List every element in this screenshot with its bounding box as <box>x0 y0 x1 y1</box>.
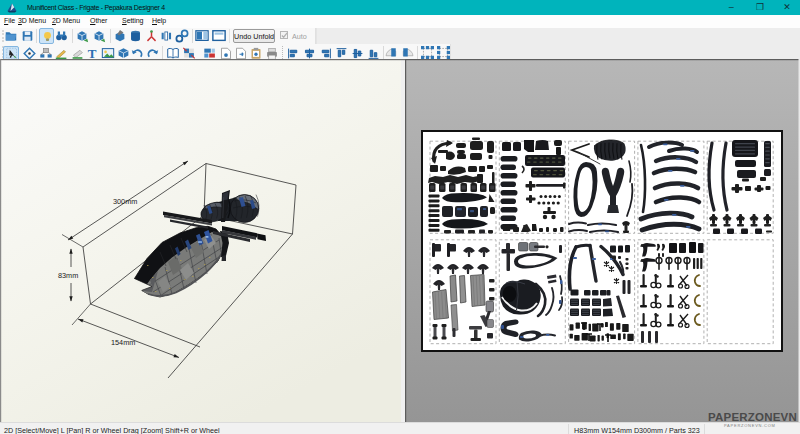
svg-text:300mm: 300mm <box>113 197 137 206</box>
svg-text:83mm: 83mm <box>58 271 78 280</box>
svg-text:154mm: 154mm <box>111 338 135 347</box>
